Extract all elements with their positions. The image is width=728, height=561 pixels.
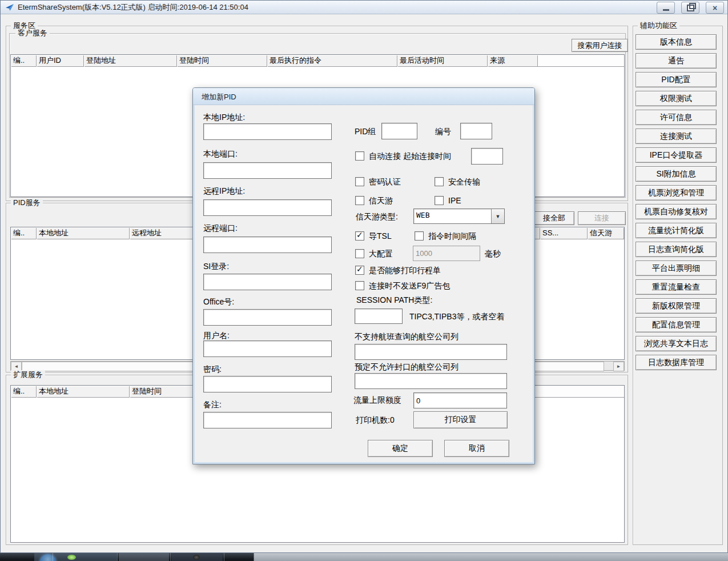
session-path-input[interactable] — [355, 308, 403, 324]
column-header[interactable]: 最后活动时间 — [397, 55, 488, 67]
field-input[interactable] — [203, 376, 332, 392]
column-header[interactable]: 本地地址 — [37, 386, 130, 398]
column-header[interactable]: 编.. — [11, 227, 37, 239]
print-setting-button[interactable]: 打印设置 — [413, 411, 508, 428]
ipe-checkbox-row[interactable]: IPE — [435, 195, 461, 206]
dialog-titlebar[interactable]: 增加新PID — [193, 88, 534, 105]
traffic-limit-input[interactable] — [413, 392, 507, 408]
interval-ms-input[interactable] — [413, 246, 480, 261]
aux-button-16[interactable]: 配置信息管理 — [636, 317, 717, 332]
aux-button-12[interactable]: 日志查询简化版 — [636, 242, 717, 257]
aux-button-4[interactable]: 权限测试 — [636, 91, 717, 106]
secure-transfer-checkbox-row[interactable]: 安全传输 — [435, 177, 480, 187]
field-input[interactable] — [203, 309, 332, 326]
aux-button-18[interactable]: 日志数据库管理 — [636, 355, 717, 370]
aux-button-3[interactable]: PID配置 — [636, 72, 717, 87]
cancel-button[interactable]: 取消 — [444, 440, 509, 457]
pid-group-input[interactable] — [381, 123, 417, 139]
password-auth-checkbox-row[interactable]: 密码认证 — [355, 177, 401, 187]
close-button[interactable]: × — [706, 2, 724, 14]
scroll-right-button[interactable]: ► — [613, 362, 624, 371]
aux-button-6[interactable]: 连接测试 — [636, 129, 717, 144]
no-f9-ad-checkbox[interactable] — [355, 281, 364, 290]
column-header[interactable]: 登陆时间 — [177, 55, 267, 67]
ipe-checkbox[interactable] — [435, 196, 444, 205]
dialog-title: 增加新PID — [202, 92, 236, 102]
field-input[interactable] — [203, 412, 332, 428]
auto-connect-checkbox-row[interactable]: 自动连接 起始连接时间 — [355, 151, 451, 162]
print-itinerary-checkbox-row[interactable]: 是否能够打印行程单 — [355, 265, 441, 276]
secure-transfer-checkbox[interactable] — [435, 177, 444, 186]
tsl-checkbox-row[interactable]: 导TSL — [355, 231, 392, 242]
aux-button-13[interactable]: 平台出票明细 — [636, 261, 717, 276]
aux-button-15[interactable]: 新版权限管理 — [636, 298, 717, 314]
xintianyou-checkbox[interactable] — [355, 196, 364, 205]
aux-button-10[interactable]: 机票自动修复核对 — [636, 204, 717, 219]
aux-button-8[interactable]: SI附加信息 — [636, 166, 717, 182]
xty-type-select[interactable]: WEB ▼ — [413, 209, 505, 224]
field-input[interactable] — [203, 199, 332, 216]
search-user-connection-button[interactable]: 搜索用户连接 — [572, 39, 628, 52]
taskbar-item[interactable] — [254, 553, 728, 561]
password-auth-checkbox[interactable] — [355, 177, 364, 186]
aux-button-17[interactable]: 浏览共享文本日志 — [636, 336, 717, 351]
no-flight-query-input[interactable] — [355, 344, 507, 360]
connect-button[interactable]: 连接 — [578, 211, 626, 225]
field-input[interactable] — [203, 123, 332, 140]
aux-button-9[interactable]: 机票浏览和管理 — [636, 185, 717, 201]
number-input[interactable] — [460, 123, 492, 139]
column-header[interactable]: 远程地址 — [130, 227, 200, 239]
xintianyou-checkbox-row[interactable]: 信天游 — [355, 195, 393, 206]
column-header[interactable]: 用户ID — [37, 55, 84, 67]
pid-service-label: PID服务 — [11, 198, 43, 207]
pid-group-label: PID组 — [355, 127, 376, 136]
cmd-interval-checkbox[interactable] — [415, 231, 424, 241]
column-header[interactable]: 编.. — [11, 55, 37, 67]
field-label: 密码: — [203, 364, 222, 374]
aux-button-2[interactable]: 通告 — [636, 53, 717, 69]
no-seal-input[interactable] — [355, 373, 507, 389]
column-header[interactable]: 本地地址 — [37, 227, 130, 239]
field-label: SI登录: — [203, 262, 229, 271]
minimize-button[interactable] — [657, 2, 675, 14]
column-header[interactable]: 信天游 — [588, 227, 624, 239]
connect-all-button[interactable]: 接全部 — [534, 211, 574, 225]
big-config-checkbox[interactable] — [355, 249, 364, 258]
minimize-icon — [663, 9, 669, 11]
aux-button-1[interactable]: 版本信息 — [636, 34, 717, 50]
restore-button[interactable] — [681, 2, 699, 14]
taskbar[interactable] — [0, 553, 728, 561]
window-titlebar[interactable]: EtermShareSystem(版本:V5.12正式版) 启动时间:2019-… — [1, 1, 727, 14]
field-label: 远程端口: — [203, 223, 238, 233]
field-input[interactable] — [203, 340, 332, 357]
customer-service-table-header: 编..用户ID登陆地址登陆时间最后执行的指令最后活动时间来源 — [11, 55, 624, 67]
taskbar-item[interactable] — [34, 553, 117, 561]
column-header[interactable]: 登陆地址 — [84, 55, 177, 67]
column-header[interactable]: SS... — [540, 227, 588, 239]
aux-button-5[interactable]: 许可信息 — [636, 110, 717, 125]
field-input[interactable] — [203, 237, 332, 253]
restore-icon — [687, 5, 694, 11]
extend-service-label: 扩展服务 — [11, 370, 45, 379]
aux-button-14[interactable]: 重置流量检查 — [636, 279, 717, 295]
field-input[interactable] — [203, 274, 332, 290]
aux-button-11[interactable]: 流量统计简化版 — [636, 223, 717, 238]
column-header[interactable]: 来源 — [488, 55, 538, 67]
big-config-checkbox-row[interactable]: 大配置 — [355, 249, 393, 259]
app-icon — [5, 3, 14, 12]
no-f9-ad-checkbox-row[interactable]: 连接时不发送F9广告包 — [355, 280, 450, 291]
column-header[interactable]: 编.. — [11, 386, 37, 398]
header-filler — [538, 55, 624, 67]
print-itinerary-checkbox[interactable] — [355, 266, 364, 275]
field-input[interactable] — [203, 162, 332, 179]
auto-connect-time-input[interactable] — [471, 148, 503, 165]
chevron-down-icon[interactable]: ▼ — [491, 209, 504, 223]
ok-button[interactable]: 确定 — [368, 440, 433, 457]
cmd-interval-checkbox-row[interactable]: 指令时间间隔 — [415, 231, 476, 242]
auto-connect-checkbox[interactable] — [355, 151, 364, 161]
tsl-checkbox[interactable] — [355, 231, 364, 241]
aux-button-7[interactable]: IPE口令提取器 — [636, 147, 717, 163]
column-header[interactable]: 最后执行的指令 — [267, 55, 397, 67]
taskbar-item[interactable] — [119, 553, 169, 561]
taskbar-item[interactable] — [171, 553, 223, 561]
